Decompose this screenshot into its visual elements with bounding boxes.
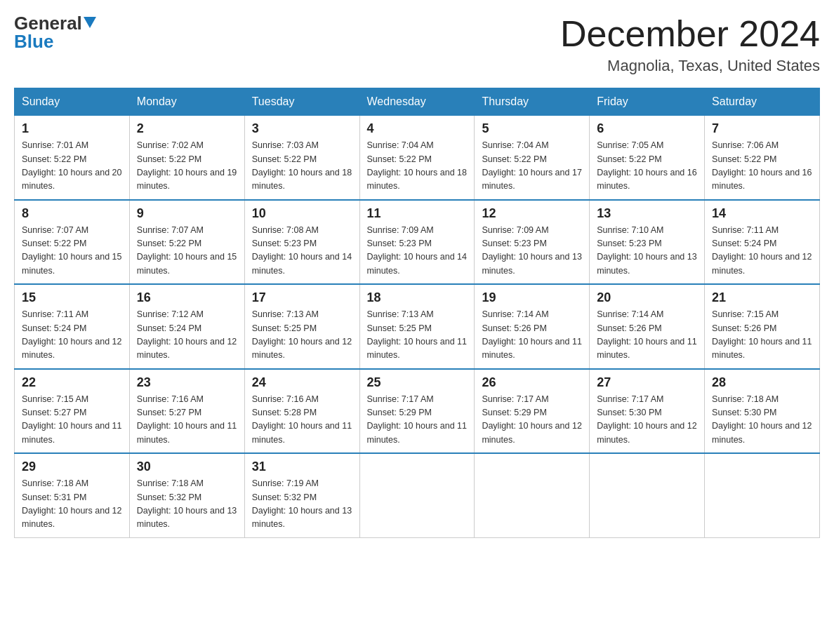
day-number: 2	[137, 121, 237, 136]
day-number: 25	[367, 375, 468, 390]
day-info: Sunrise: 7:04 AMSunset: 5:22 PMDaylight:…	[482, 139, 582, 194]
day-info: Sunrise: 7:05 AMSunset: 5:22 PMDaylight:…	[597, 139, 697, 194]
calendar-day-cell: 8Sunrise: 7:07 AMSunset: 5:22 PMDaylight…	[15, 200, 130, 285]
calendar-day-cell: 29Sunrise: 7:18 AMSunset: 5:31 PMDayligh…	[15, 453, 130, 537]
svg-marker-0	[84, 17, 96, 28]
day-of-week-header: Friday	[590, 88, 705, 116]
day-number: 18	[367, 290, 468, 305]
calendar-day-cell: 13Sunrise: 7:10 AMSunset: 5:23 PMDayligh…	[590, 200, 705, 285]
day-info: Sunrise: 7:04 AMSunset: 5:22 PMDaylight:…	[367, 139, 468, 194]
day-number: 6	[597, 121, 697, 136]
calendar-day-cell: 4Sunrise: 7:04 AMSunset: 5:22 PMDaylight…	[359, 116, 475, 200]
calendar-week-row: 15Sunrise: 7:11 AMSunset: 5:24 PMDayligh…	[15, 284, 820, 369]
day-info: Sunrise: 7:10 AMSunset: 5:23 PMDaylight:…	[597, 224, 697, 279]
day-of-week-header: Wednesday	[359, 88, 475, 116]
day-number: 24	[252, 375, 352, 390]
day-info: Sunrise: 7:17 AMSunset: 5:29 PMDaylight:…	[482, 393, 582, 448]
calendar-day-cell: 23Sunrise: 7:16 AMSunset: 5:27 PMDayligh…	[129, 369, 244, 454]
day-number: 17	[252, 290, 352, 305]
day-number: 1	[22, 121, 122, 136]
day-number: 16	[137, 290, 237, 305]
day-number: 26	[482, 375, 582, 390]
title-block: December 2024 Magnolia, Texas, United St…	[560, 14, 820, 75]
day-number: 8	[22, 206, 122, 221]
day-info: Sunrise: 7:14 AMSunset: 5:26 PMDaylight:…	[597, 308, 697, 363]
calendar-day-cell: 25Sunrise: 7:17 AMSunset: 5:29 PMDayligh…	[359, 369, 475, 454]
day-info: Sunrise: 7:06 AMSunset: 5:22 PMDaylight:…	[712, 139, 812, 194]
day-of-week-header: Thursday	[475, 88, 590, 116]
day-number: 11	[367, 206, 468, 221]
day-number: 12	[482, 206, 582, 221]
calendar-day-cell: 17Sunrise: 7:13 AMSunset: 5:25 PMDayligh…	[244, 284, 359, 369]
calendar-day-cell: 16Sunrise: 7:12 AMSunset: 5:24 PMDayligh…	[129, 284, 244, 369]
day-info: Sunrise: 7:03 AMSunset: 5:22 PMDaylight:…	[252, 139, 352, 194]
day-info: Sunrise: 7:13 AMSunset: 5:25 PMDaylight:…	[252, 308, 352, 363]
day-number: 3	[252, 121, 352, 136]
day-info: Sunrise: 7:16 AMSunset: 5:27 PMDaylight:…	[137, 393, 237, 448]
day-info: Sunrise: 7:18 AMSunset: 5:31 PMDaylight:…	[22, 477, 122, 532]
day-number: 15	[22, 290, 122, 305]
calendar-week-row: 22Sunrise: 7:15 AMSunset: 5:27 PMDayligh…	[15, 369, 820, 454]
calendar-day-cell	[475, 453, 590, 537]
day-number: 10	[252, 206, 352, 221]
day-number: 9	[137, 206, 237, 221]
calendar-day-cell: 11Sunrise: 7:09 AMSunset: 5:23 PMDayligh…	[359, 200, 475, 285]
day-info: Sunrise: 7:15 AMSunset: 5:27 PMDaylight:…	[22, 393, 122, 448]
day-number: 29	[22, 459, 122, 474]
day-number: 13	[597, 206, 697, 221]
day-info: Sunrise: 7:17 AMSunset: 5:30 PMDaylight:…	[597, 393, 697, 448]
day-info: Sunrise: 7:16 AMSunset: 5:28 PMDaylight:…	[252, 393, 352, 448]
logo-general-text: General	[14, 14, 82, 32]
page-header: General Blue December 2024 Magnolia, Tex…	[14, 14, 820, 75]
calendar-day-cell: 15Sunrise: 7:11 AMSunset: 5:24 PMDayligh…	[15, 284, 130, 369]
calendar-day-cell: 14Sunrise: 7:11 AMSunset: 5:24 PMDayligh…	[705, 200, 820, 285]
day-info: Sunrise: 7:12 AMSunset: 5:24 PMDaylight:…	[137, 308, 237, 363]
calendar-day-cell: 24Sunrise: 7:16 AMSunset: 5:28 PMDayligh…	[244, 369, 359, 454]
day-info: Sunrise: 7:18 AMSunset: 5:30 PMDaylight:…	[712, 393, 812, 448]
calendar-day-cell: 22Sunrise: 7:15 AMSunset: 5:27 PMDayligh…	[15, 369, 130, 454]
calendar-subtitle: Magnolia, Texas, United States	[560, 57, 820, 75]
calendar-table: SundayMondayTuesdayWednesdayThursdayFrid…	[14, 88, 820, 538]
calendar-day-cell: 26Sunrise: 7:17 AMSunset: 5:29 PMDayligh…	[475, 369, 590, 454]
day-of-week-header: Sunday	[15, 88, 130, 116]
day-info: Sunrise: 7:17 AMSunset: 5:29 PMDaylight:…	[367, 393, 468, 448]
day-info: Sunrise: 7:02 AMSunset: 5:22 PMDaylight:…	[137, 139, 237, 194]
calendar-day-cell: 12Sunrise: 7:09 AMSunset: 5:23 PMDayligh…	[475, 200, 590, 285]
calendar-day-cell	[359, 453, 475, 537]
calendar-title: December 2024	[560, 14, 820, 54]
day-number: 23	[137, 375, 237, 390]
day-number: 21	[712, 290, 812, 305]
calendar-week-row: 8Sunrise: 7:07 AMSunset: 5:22 PMDaylight…	[15, 200, 820, 285]
day-info: Sunrise: 7:15 AMSunset: 5:26 PMDaylight:…	[712, 308, 812, 363]
day-number: 5	[482, 121, 582, 136]
day-info: Sunrise: 7:14 AMSunset: 5:26 PMDaylight:…	[482, 308, 582, 363]
day-of-week-header: Monday	[129, 88, 244, 116]
logo-blue-text: Blue	[14, 31, 53, 52]
calendar-day-cell: 20Sunrise: 7:14 AMSunset: 5:26 PMDayligh…	[590, 284, 705, 369]
calendar-day-cell	[590, 453, 705, 537]
day-info: Sunrise: 7:11 AMSunset: 5:24 PMDaylight:…	[22, 308, 122, 363]
day-number: 14	[712, 206, 812, 221]
calendar-day-cell: 31Sunrise: 7:19 AMSunset: 5:32 PMDayligh…	[244, 453, 359, 537]
day-number: 27	[597, 375, 697, 390]
calendar-day-cell: 30Sunrise: 7:18 AMSunset: 5:32 PMDayligh…	[129, 453, 244, 537]
calendar-day-cell: 19Sunrise: 7:14 AMSunset: 5:26 PMDayligh…	[475, 284, 590, 369]
day-number: 31	[252, 459, 352, 474]
calendar-day-cell: 27Sunrise: 7:17 AMSunset: 5:30 PMDayligh…	[590, 369, 705, 454]
day-info: Sunrise: 7:09 AMSunset: 5:23 PMDaylight:…	[482, 224, 582, 279]
calendar-day-cell: 1Sunrise: 7:01 AMSunset: 5:22 PMDaylight…	[15, 116, 130, 200]
day-info: Sunrise: 7:13 AMSunset: 5:25 PMDaylight:…	[367, 308, 468, 363]
calendar-week-row: 1Sunrise: 7:01 AMSunset: 5:22 PMDaylight…	[15, 116, 820, 200]
day-number: 19	[482, 290, 582, 305]
calendar-day-cell: 18Sunrise: 7:13 AMSunset: 5:25 PMDayligh…	[359, 284, 475, 369]
logo-triangle-icon	[82, 17, 96, 29]
calendar-day-cell: 9Sunrise: 7:07 AMSunset: 5:22 PMDaylight…	[129, 200, 244, 285]
calendar-day-cell: 10Sunrise: 7:08 AMSunset: 5:23 PMDayligh…	[244, 200, 359, 285]
calendar-day-cell: 28Sunrise: 7:18 AMSunset: 5:30 PMDayligh…	[705, 369, 820, 454]
calendar-day-cell	[705, 453, 820, 537]
day-number: 4	[367, 121, 468, 136]
day-info: Sunrise: 7:09 AMSunset: 5:23 PMDaylight:…	[367, 224, 468, 279]
calendar-day-cell: 6Sunrise: 7:05 AMSunset: 5:22 PMDaylight…	[590, 116, 705, 200]
day-number: 22	[22, 375, 122, 390]
logo: General Blue	[14, 14, 96, 51]
